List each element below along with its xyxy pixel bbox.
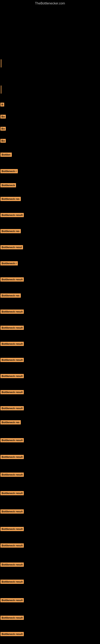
- result-label-16: Bottleneck result: [0, 277, 24, 282]
- result-label-8: Bottlen: [0, 152, 12, 157]
- result-label-35: Bottleneck result: [0, 598, 24, 602]
- result-row-13: Bottleneck res: [0, 229, 21, 233]
- result-row-19: Bottleneck result: [0, 326, 24, 330]
- result-label-12: Bottleneck result: [0, 213, 24, 217]
- result-row-20: Bottleneck result: [0, 342, 24, 346]
- result-label-10: Bottleneck: [0, 183, 16, 187]
- result-row-22: Bottleneck result: [0, 374, 24, 378]
- result-row-32: Bottleneck result: [0, 544, 24, 548]
- result-row-27: Bottleneck result: [0, 455, 24, 459]
- result-row-8: Bottlen: [0, 152, 12, 157]
- result-label-4: B: [0, 103, 4, 106]
- result-label-29: Bottleneck result: [0, 491, 24, 495]
- result-row-7: Bo: [0, 139, 6, 143]
- result-row-15: Bottleneck r: [0, 261, 18, 266]
- result-label-33: Bottleneck result: [0, 562, 24, 567]
- result-label-7: Bo: [0, 139, 6, 143]
- result-row-16: Bottleneck result: [0, 277, 24, 282]
- result-label-14: Bottleneck resul: [0, 245, 23, 249]
- result-label-19: Bottleneck result: [0, 326, 24, 330]
- result-row-26: Bottleneck result: [0, 438, 24, 442]
- result-row-18: Bottleneck result: [0, 310, 24, 314]
- result-row-9: Bottleneck r: [0, 169, 18, 173]
- vert-line-1: [1, 59, 1, 68]
- result-label-24: Bottleneck result: [0, 406, 24, 410]
- result-row-17: Bottleneck res: [0, 294, 21, 298]
- result-row-31: Bottleneck result: [0, 527, 24, 531]
- result-row-37: Bottleneck result: [0, 632, 24, 636]
- result-label-21: Bottleneck result: [0, 358, 24, 362]
- result-row-30: Bottleneck result: [0, 509, 24, 514]
- result-row-28: Bottleneck result: [0, 472, 24, 477]
- result-row-10: Bottleneck: [0, 183, 16, 187]
- result-row-35: Bottleneck result: [0, 598, 24, 602]
- result-label-23: Bottleneck result: [0, 390, 24, 394]
- result-label-5: Bo: [0, 115, 6, 118]
- result-row-21: Bottleneck result: [0, 358, 24, 362]
- result-row-5: Bo: [0, 115, 6, 118]
- result-label-15: Bottleneck r: [0, 261, 18, 266]
- result-row-11: Bottleneck res: [0, 197, 21, 201]
- result-label-17: Bottleneck res: [0, 294, 21, 298]
- result-label-11: Bottleneck res: [0, 197, 21, 201]
- result-row-14: Bottleneck resul: [0, 245, 23, 249]
- result-label-25: Bottleneck res: [0, 420, 21, 424]
- result-label-18: Bottleneck result: [0, 310, 24, 314]
- result-row-12: Bottleneck result: [0, 213, 24, 217]
- result-label-27: Bottleneck result: [0, 455, 24, 459]
- result-label-28: Bottleneck result: [0, 472, 24, 477]
- result-row-29: Bottleneck result: [0, 491, 24, 495]
- result-label-32: Bottleneck result: [0, 544, 24, 548]
- result-row-23: Bottleneck result: [0, 390, 24, 394]
- result-label-30: Bottleneck result: [0, 509, 24, 514]
- result-row-4: B: [0, 103, 4, 106]
- result-label-26: Bottleneck result: [0, 438, 24, 442]
- site-title: TheBottlenecker.com: [0, 2, 100, 5]
- result-row-34: Bottleneck result: [0, 580, 24, 584]
- result-label-20: Bottleneck result: [0, 342, 24, 346]
- result-label-6: Bo: [0, 127, 6, 130]
- result-label-9: Bottleneck r: [0, 169, 18, 173]
- result-label-37: Bottleneck result: [0, 632, 24, 636]
- site-title-text: TheBottlenecker.com: [35, 2, 65, 5]
- vert-line-2: [1, 86, 1, 94]
- result-row-6: Bo: [0, 127, 6, 130]
- result-row-36: Bottleneck result: [0, 616, 24, 620]
- result-label-34: Bottleneck result: [0, 580, 24, 584]
- result-row-25: Bottleneck res: [0, 420, 21, 424]
- result-label-22: Bottleneck result: [0, 374, 24, 378]
- page-container: TheBottlenecker.com B Bo Bo Bo Bottlen B…: [0, 0, 100, 644]
- result-row-24: Bottleneck result: [0, 406, 24, 410]
- result-label-13: Bottleneck res: [0, 229, 21, 233]
- result-label-36: Bottleneck result: [0, 616, 24, 620]
- result-row-33: Bottleneck result: [0, 562, 24, 567]
- result-label-31: Bottleneck result: [0, 527, 24, 531]
